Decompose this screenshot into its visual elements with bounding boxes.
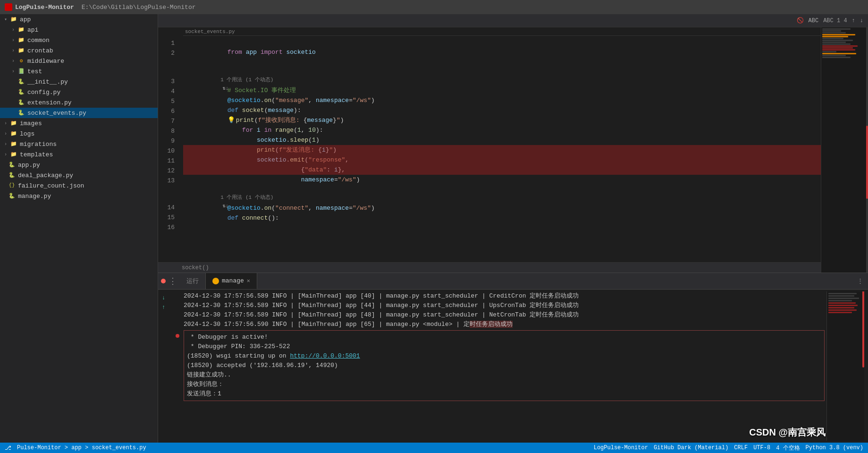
code-content: socket_events.py from app import socketi… bbox=[179, 27, 868, 262]
sidebar-label-failurejson: failure_count.json bbox=[18, 182, 84, 189]
wsgi-link[interactable]: http://0.0.0.0:5001 bbox=[290, 352, 360, 359]
tab-run-label: 运行 bbox=[186, 277, 199, 285]
tab-close-icon[interactable]: ✕ bbox=[247, 277, 250, 284]
file-breadcrumb: socket_events.py bbox=[185, 29, 235, 34]
terminal-line-2: 2024-12-30 17:57:56.589 INFO | [MainThre… bbox=[184, 301, 825, 310]
terminal-line-8: (18520) accepted ('192.168.96.19', 14920… bbox=[187, 361, 821, 370]
sidebar-item-logs[interactable]: › 📁 logs bbox=[0, 128, 158, 139]
code-line-8: socketio.sleep(1) bbox=[183, 125, 868, 135]
arrow-down-btn[interactable]: ↓ bbox=[860, 17, 863, 24]
folder-icon: 📁 bbox=[9, 130, 18, 137]
sidebar-label-config: config.py bbox=[27, 89, 60, 96]
sidebar-item-crontab[interactable]: › 📁 crontab bbox=[0, 45, 158, 56]
sidebar-item-common[interactable]: › 📁 common bbox=[0, 35, 158, 45]
terminal-line-4: 2024-12-30 17:57:56.590 INFO | [MainThre… bbox=[184, 320, 825, 329]
code-line-14: @socketio.on("connect", namespace="/ws") bbox=[183, 193, 868, 203]
sidebar-label-app: app bbox=[20, 16, 31, 23]
language-status: Python 3.8 (venv) bbox=[806, 444, 863, 451]
sidebar-label-socket-events: socket_events.py bbox=[27, 110, 86, 117]
sidebar-item-socket-events[interactable]: 🐍 socket_events.py bbox=[0, 108, 158, 118]
breadcrumb: Pulse-Monitor > app > socket_events.py bbox=[17, 444, 146, 451]
sidebar-item-managepy[interactable]: 🐍 manage.py bbox=[0, 191, 158, 201]
arrow-down-gutter: ↓ bbox=[162, 293, 171, 303]
codelens-2: 1 个用法 (1 个动态) ⇅↓ bbox=[183, 185, 868, 193]
json-icon: {} bbox=[8, 182, 16, 189]
expand-arrow: › bbox=[9, 27, 17, 33]
sidebar-label-dealpackage: deal_package.py bbox=[18, 172, 73, 179]
tab-manage[interactable]: manage ✕ bbox=[206, 273, 257, 289]
titlebar: LogPulse-Monitor E:\Code\Gitlab\LogPulse… bbox=[0, 0, 868, 14]
find-result-count: ABC 1 4 bbox=[823, 17, 847, 24]
manage-icon bbox=[212, 278, 219, 284]
py-orange-icon: 🐍 bbox=[8, 162, 16, 168]
terminal-line-6: * Debugger PIN: 336-225-522 bbox=[187, 342, 821, 351]
error-dot bbox=[176, 334, 179, 338]
code-line-10: socketio.emit("response", bbox=[183, 145, 868, 155]
terminal-line-9: 链接建立成功.. bbox=[187, 370, 821, 380]
main-layout: ▾ 📁 app › 📁 api › 📁 common › 📁 crontab bbox=[0, 14, 868, 443]
expand-arrow: ▾ bbox=[2, 17, 9, 22]
expand-arrow: › bbox=[2, 152, 9, 157]
sidebar-item-init[interactable]: 🐍 __init__.py bbox=[0, 77, 158, 87]
tab-run[interactable]: 运行 bbox=[180, 273, 206, 289]
expand-arrow: › bbox=[2, 131, 9, 137]
code-lines: 1 2 3 4 5 6 7 8 9 10 11 12 13 bbox=[158, 27, 868, 262]
more-options-icon[interactable]: ⋮ bbox=[169, 276, 177, 286]
statusbar: ⎇ Pulse-Monitor > app > socket_events.py… bbox=[0, 443, 868, 453]
folder-icon: 📁 bbox=[17, 26, 25, 33]
sidebar-label-migrations: migrations bbox=[20, 141, 57, 148]
code-line-4: @socketio.on("message", namespace="/ws") bbox=[183, 85, 868, 95]
code-editor: 1 2 3 4 5 6 7 8 9 10 11 12 13 bbox=[158, 27, 868, 273]
terminal-minimap bbox=[826, 291, 864, 441]
git-branch[interactable]: ⎇ bbox=[5, 444, 11, 452]
folder-icon: 📁 bbox=[17, 37, 25, 43]
py-icon: 🐍 bbox=[17, 99, 25, 106]
code-line-3: # Socket.IO 事件处理 bbox=[183, 76, 868, 85]
code-line-2 bbox=[183, 47, 868, 57]
code-line-11: {"data": i}, bbox=[183, 155, 868, 165]
arrow-up-btn[interactable]: ↑ bbox=[852, 17, 855, 24]
sidebar-item-test[interactable]: › 📗 test bbox=[0, 66, 158, 77]
app-name-status: LogPulse-Monitor bbox=[594, 444, 648, 451]
expand-arrow: › bbox=[2, 121, 9, 126]
line-numbers: 1 2 3 4 5 6 7 8 9 10 11 12 13 bbox=[158, 27, 179, 262]
folder-icon: 📁 bbox=[9, 16, 18, 23]
sidebar-item-dealpackage[interactable]: 🐍 deal_package.py bbox=[0, 170, 158, 180]
encoding-status: UTF-8 bbox=[753, 444, 770, 451]
sidebar-item-apppy[interactable]: 🐍 app.py bbox=[0, 160, 158, 170]
sidebar-label-common: common bbox=[27, 37, 50, 44]
terminal-gutter: ↓ ↑ bbox=[162, 291, 171, 441]
sidebar-item-extension[interactable]: 🐍 extension.py bbox=[0, 97, 158, 108]
folder-icon: 📁 bbox=[9, 120, 18, 127]
highlight-box: * Debugger is active! * Debugger PIN: 33… bbox=[184, 330, 825, 401]
folder-icon: 📁 bbox=[9, 141, 18, 147]
folder-icon: 📁 bbox=[9, 151, 18, 158]
code-line-6: 💡print(f"接收到消息: {message}") bbox=[183, 105, 868, 115]
sidebar-label-extension: extension.py bbox=[27, 99, 72, 106]
sidebar-item-failurejson[interactable]: {} failure_count.json bbox=[0, 180, 158, 191]
sidebar-label-images: images bbox=[20, 120, 42, 127]
sidebar-item-templates[interactable]: › 📁 templates bbox=[0, 149, 158, 160]
terminal-menu-icon[interactable]: ⋮ bbox=[857, 277, 863, 285]
sidebar-label-apppy: app.py bbox=[18, 162, 40, 169]
sidebar-item-app[interactable]: ▾ 📁 app bbox=[0, 14, 158, 25]
expand-arrow: › bbox=[9, 48, 17, 53]
folder-icon: 📁 bbox=[17, 47, 25, 54]
codelens-1: 1 个用法 (1 个动态) ⇅↓ bbox=[183, 67, 868, 76]
editor-area: 🚫 ABC ABC 1 4 ↑ ↓ 1 2 3 4 5 6 7 bbox=[158, 14, 868, 443]
expand-arrow: › bbox=[9, 69, 17, 74]
tab-manage-label: manage bbox=[222, 277, 244, 284]
stop-button[interactable] bbox=[161, 279, 166, 283]
sidebar-item-images[interactable]: › 📁 images bbox=[0, 118, 158, 128]
code-line-9: print(f"发送消息: {i}") bbox=[183, 135, 868, 145]
code-line-16: print(f"连接建立成功， ") bbox=[183, 213, 868, 223]
no-match-icon: 🚫 bbox=[797, 17, 804, 24]
sidebar-item-config[interactable]: 🐍 config.py bbox=[0, 87, 158, 97]
sidebar-item-migrations[interactable]: › 📁 migrations bbox=[0, 139, 158, 149]
py-icon: 🐍 bbox=[17, 78, 25, 85]
sidebar-item-api[interactable]: › 📁 api bbox=[0, 25, 158, 35]
editor-topbar: 🚫 ABC ABC 1 4 ↑ ↓ bbox=[158, 14, 868, 27]
code-line-13 bbox=[183, 175, 868, 185]
sidebar-label-crontab: crontab bbox=[27, 47, 53, 54]
sidebar-item-middleware[interactable]: › ⚙️ middleware bbox=[0, 56, 158, 66]
